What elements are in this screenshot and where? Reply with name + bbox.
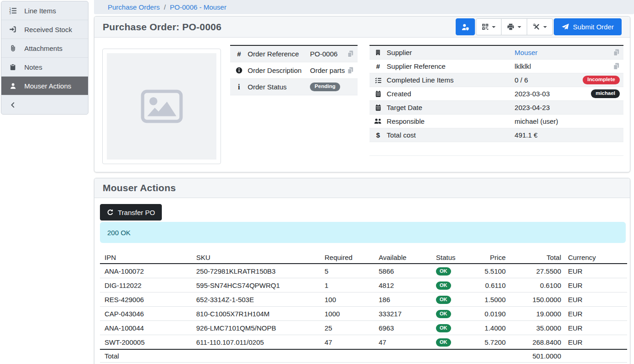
copy-button[interactable] xyxy=(347,50,354,58)
mouser-actions-title: Mouser Actions xyxy=(103,182,176,193)
caret-down-icon xyxy=(543,26,547,28)
mouser-link[interactable]: Mouser xyxy=(515,49,538,56)
printer-icon xyxy=(507,23,514,30)
cell-currency: EUR xyxy=(566,307,627,321)
svg-text:3: 3 xyxy=(9,11,11,14)
info-icon: i xyxy=(230,83,248,91)
hash-icon: # xyxy=(369,62,387,70)
calendar-icon xyxy=(369,90,387,97)
cell-status: OK xyxy=(431,264,476,278)
detail-label: Target Date xyxy=(387,104,515,111)
send-icon xyxy=(562,23,569,31)
cell-sku: 810-C1005X7R1H104M xyxy=(192,307,320,321)
ok-status-badge: OK xyxy=(436,324,451,333)
detail-value: 0 / 6 xyxy=(515,76,583,84)
supplier-detail-row-created: Created2023-03-03michael xyxy=(369,87,623,101)
sidebar-item-line-items[interactable]: 123Line Items xyxy=(1,1,88,20)
qrcode-icon xyxy=(482,23,489,30)
table-row-ana-100044: ANA-100044926-LMC7101QM5/NOPB256963OK1.4… xyxy=(100,321,627,335)
copy-button[interactable] xyxy=(613,49,620,56)
table-row-dig-112022: DIG-112022595-SN74HCS74QPWRQ114812OK0.61… xyxy=(100,278,627,292)
submit-order-button[interactable]: Submit Order xyxy=(554,18,622,35)
barcode-menu-button[interactable] xyxy=(476,18,502,35)
cell-price: 1.4000 xyxy=(476,321,510,335)
order-detail-row-order-status: iOrder StatusPending xyxy=(230,79,357,95)
supplier-detail-row-supplier-reference: #Supplier Referencelklklkl xyxy=(369,60,623,73)
copy-button[interactable] xyxy=(613,63,620,70)
sidebar-collapse-button[interactable] xyxy=(1,95,88,114)
dropdown-button-group xyxy=(476,18,553,35)
breadcrumb-link-current-order[interactable]: PO-0006 - Mouser xyxy=(170,3,226,11)
cell-available: 186 xyxy=(374,292,431,307)
sidebar-item-attachments[interactable]: Attachments xyxy=(1,39,88,58)
table-total-row: Total 501.0000 xyxy=(100,349,627,363)
detail-label: Completed Line Items xyxy=(387,76,515,84)
detail-value: Mouser xyxy=(515,49,613,56)
building-icon xyxy=(369,49,387,56)
header-actions: Submit Order xyxy=(456,18,622,35)
column-header-sku: SKU xyxy=(192,252,320,264)
sidebar-item-notes[interactable]: Notes xyxy=(1,58,88,77)
submit-order-label: Submit Order xyxy=(573,23,614,31)
cell-sku: 595-SN74HCS74QPWRQ1 xyxy=(192,278,320,292)
print-menu-button[interactable] xyxy=(502,18,527,35)
transfer-po-label: Transfer PO xyxy=(118,209,155,216)
status-badge: Incomplete xyxy=(583,76,620,84)
order-detail-row-order-reference: #Order ReferencePO-0006 xyxy=(230,46,357,62)
cell-status: OK xyxy=(431,278,476,292)
cell-total: 35.0000 xyxy=(510,321,566,335)
breadcrumb-separator: / xyxy=(164,3,165,11)
cell-required: 1 xyxy=(320,278,374,292)
supplier-detail-row-total-cost: $Total cost491.1 € xyxy=(369,128,623,142)
detail-value: Order parts xyxy=(310,66,347,74)
cell-price: 5.7200 xyxy=(476,335,510,350)
cell-sku: 652-3314Z-1-503E xyxy=(192,292,320,307)
breadcrumb: Purchase Orders / PO-0006 - Mouser xyxy=(94,0,634,14)
cell-required: 25 xyxy=(320,321,374,335)
supplier-detail-row-supplier: SupplierMouser xyxy=(369,46,623,60)
table-row-swt-200005: SWT-200005611-110.107.011/02054747OK5.72… xyxy=(100,335,627,350)
breadcrumb-link-purchase-orders[interactable]: Purchase Orders xyxy=(108,3,160,11)
detail-value: 2023-04-23 xyxy=(515,104,620,111)
hash-icon: # xyxy=(230,50,248,58)
cell-currency: EUR xyxy=(566,292,627,307)
transfer-po-button[interactable]: Transfer PO xyxy=(100,204,162,221)
copy-button[interactable] xyxy=(347,67,354,74)
status-badge: michael xyxy=(591,89,620,98)
cell-price: 5.5100 xyxy=(476,264,510,278)
cell-price: 1.5000 xyxy=(476,292,510,307)
cell-total: 19.0000 xyxy=(510,307,566,321)
order-actions-button[interactable] xyxy=(527,18,553,35)
sidebar-item-label: Received Stock xyxy=(24,26,72,33)
total-value: 501.0000 xyxy=(510,349,566,363)
cell-total: 27.5500 xyxy=(510,264,566,278)
dollar-icon: $ xyxy=(369,131,387,139)
cell-required: 5 xyxy=(320,264,374,278)
image-icon xyxy=(107,53,216,160)
cell-currency: EUR xyxy=(566,321,627,335)
chevron-left-icon xyxy=(1,102,24,108)
supplier-detail-row-completed-line-items: Completed Line Items0 / 6Incomplete xyxy=(369,73,623,87)
order-image-placeholder[interactable] xyxy=(102,49,221,164)
column-header-available: Available xyxy=(374,252,431,264)
sidebar: 123Line ItemsReceived StockAttachmentsNo… xyxy=(1,1,88,115)
column-header-total: Total xyxy=(510,252,566,264)
column-header-price: Price xyxy=(476,252,510,264)
purchase-order-panel-header: Purchase Order: PO-0006 Submit Order xyxy=(94,17,630,38)
admin-button[interactable] xyxy=(456,18,475,35)
supplier-detail-row-target-date: Target Date2023-04-23 xyxy=(369,101,623,115)
cell-ipn: ANA-100044 xyxy=(100,321,192,335)
ok-status-badge: OK xyxy=(436,281,451,290)
page-title: Purchase Order: PO-0006 xyxy=(103,22,221,33)
cell-sku: 250-72981KLRATR150B3 xyxy=(192,264,320,278)
sidebar-item-label: Line Items xyxy=(24,7,56,15)
table-row-res-429006: RES-429006652-3314Z-1-503E100186OK1.5000… xyxy=(100,292,627,307)
tools-icon xyxy=(533,23,540,30)
sidebar-item-mouser-actions[interactable]: Mouser Actions xyxy=(1,77,88,95)
cell-price: 0.0190 xyxy=(476,307,510,321)
list-check-icon xyxy=(369,77,387,83)
cell-required: 100 xyxy=(320,292,374,307)
cell-currency: EUR xyxy=(566,278,627,292)
cell-price: 0.6110 xyxy=(476,278,510,292)
sidebar-item-received-stock[interactable]: Received Stock xyxy=(1,20,88,39)
